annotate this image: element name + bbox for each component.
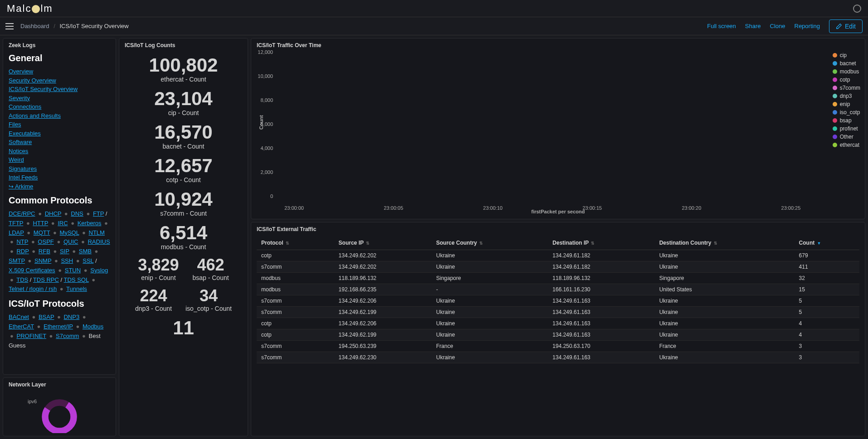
- protocol-link[interactable]: Telnet / rlogin / rsh: [9, 285, 57, 292]
- sidebar-link[interactable]: Executables: [9, 129, 110, 138]
- legend-item[interactable]: dnp3: [833, 93, 860, 99]
- table-row[interactable]: modbus118.189.96.132Singapore118.189.96.…: [257, 273, 859, 284]
- clone-button[interactable]: Clone: [770, 23, 785, 29]
- sidebar-link[interactable]: Weird: [9, 155, 110, 164]
- legend-item[interactable]: iso_cotp: [833, 109, 860, 116]
- protocol-link[interactable]: TDS RPC: [33, 276, 59, 283]
- protocol-link[interactable]: RFB: [39, 248, 50, 255]
- table-row[interactable]: cotp134.249.62.206Ukraine134.249.61.163U…: [257, 318, 859, 329]
- legend-item[interactable]: bacnet: [833, 60, 860, 67]
- protocol-link[interactable]: Tunnels: [66, 285, 87, 292]
- table-cell: Ukraine: [655, 250, 795, 261]
- hamburger-icon[interactable]: [5, 23, 14, 29]
- table-row[interactable]: modbus192.168.66.235-166.161.16.230Unite…: [257, 284, 859, 295]
- legend-item[interactable]: modbus: [833, 68, 860, 75]
- legend-item[interactable]: bsap: [833, 117, 860, 124]
- protocol-link[interactable]: TFTP: [9, 220, 23, 227]
- sidebar-link[interactable]: Software: [9, 138, 110, 147]
- protocol-link[interactable]: TDS: [16, 276, 28, 283]
- protocol-link[interactable]: RDP: [16, 248, 29, 255]
- protocol-link[interactable]: BSAP: [39, 314, 54, 320]
- sidebar-link[interactable]: Security Overview: [9, 76, 110, 85]
- table-row[interactable]: s7comm134.249.62.199Ukraine134.249.61.16…: [257, 307, 859, 318]
- protocol-link[interactable]: HTTP: [33, 220, 48, 227]
- protocol-link[interactable]: SMB: [79, 248, 92, 255]
- legend-item[interactable]: ethercat: [833, 142, 860, 148]
- reporting-button[interactable]: Reporting: [795, 23, 820, 29]
- protocol-link[interactable]: SSL: [83, 257, 93, 264]
- table-row[interactable]: s7comm134.249.62.230Ukraine134.249.61.16…: [257, 352, 859, 363]
- chart-area[interactable]: [278, 52, 801, 196]
- column-header[interactable]: Count ▼: [795, 236, 859, 250]
- legend-item[interactable]: s7comm: [833, 85, 860, 91]
- table-row[interactable]: s7comm134.249.62.202Ukraine134.249.61.18…: [257, 261, 859, 273]
- sidebar-link[interactable]: Overview: [9, 67, 110, 76]
- legend-item[interactable]: profinet: [833, 125, 860, 132]
- table-cell: Ukraine: [655, 352, 795, 363]
- y-tick: 0: [270, 193, 273, 199]
- table-row[interactable]: s7comm134.249.62.206Ukraine134.249.61.16…: [257, 295, 859, 307]
- protocol-link[interactable]: Kerberos: [78, 220, 102, 227]
- sidebar-link[interactable]: Signatures: [9, 164, 110, 174]
- protocol-link[interactable]: IRC: [58, 220, 68, 227]
- table-cell: 134.249.61.163: [548, 295, 654, 307]
- protocol-link[interactable]: LDAP: [9, 229, 24, 236]
- protocol-link[interactable]: OSPF: [38, 238, 54, 245]
- protocol-link[interactable]: Syslog: [90, 267, 108, 274]
- column-header[interactable]: Protocol ⇅: [257, 236, 334, 250]
- legend-item[interactable]: Other: [833, 134, 860, 140]
- table-row[interactable]: s7comm194.250.63.239France194.250.63.170…: [257, 341, 859, 352]
- protocol-link[interactable]: MySQL: [60, 229, 79, 236]
- legend-label: s7comm: [840, 85, 860, 91]
- protocol-link[interactable]: SNMP: [34, 257, 51, 264]
- protocol-link[interactable]: DNP3: [63, 314, 79, 320]
- legend-item[interactable]: enip: [833, 101, 860, 107]
- protocol-link[interactable]: STUN: [65, 267, 81, 274]
- globe-icon[interactable]: [853, 5, 861, 13]
- network-layer-donut[interactable]: ipv6: [32, 392, 87, 433]
- column-header[interactable]: Source Country ⇅: [432, 236, 548, 250]
- protocol-link[interactable]: TDS SQL: [64, 276, 89, 283]
- sidebar-link[interactable]: Intel Feeds: [9, 173, 110, 182]
- protocol-link[interactable]: FTP: [93, 210, 104, 217]
- share-button[interactable]: Share: [745, 23, 761, 29]
- table-cell: 194.250.63.170: [548, 341, 654, 352]
- protocol-link[interactable]: SIP: [60, 248, 69, 255]
- column-header[interactable]: Source IP ⇅: [334, 236, 432, 250]
- legend-item[interactable]: cotp: [833, 77, 860, 83]
- protocol-link[interactable]: DNS: [71, 210, 83, 217]
- fullscreen-button[interactable]: Full screen: [707, 23, 736, 29]
- sidebar-link[interactable]: ↪ Arkime: [9, 182, 110, 191]
- protocol-link[interactable]: EtherCAT: [9, 323, 34, 330]
- protocol-link[interactable]: Modbus: [83, 323, 103, 330]
- protocol-link[interactable]: PROFINET: [16, 333, 46, 339]
- table-row[interactable]: cotp134.249.62.199Ukraine134.249.61.163U…: [257, 329, 859, 341]
- edit-button[interactable]: Edit: [829, 19, 863, 33]
- common-protocols-heading: Common Protocols: [9, 195, 110, 206]
- protocol-link[interactable]: SSH: [61, 257, 73, 264]
- protocol-link[interactable]: RADIUS: [88, 238, 110, 245]
- sidebar-link[interactable]: Notices: [9, 147, 110, 156]
- protocol-link[interactable]: QUIC: [63, 238, 78, 245]
- protocol-link[interactable]: MQTT: [34, 229, 50, 236]
- sidebar-link[interactable]: Actions and Results: [9, 111, 110, 121]
- sidebar-link[interactable]: Severity: [9, 94, 110, 103]
- protocol-link[interactable]: SMTP: [9, 257, 25, 264]
- table-cell: United States: [655, 284, 795, 295]
- protocol-link[interactable]: S7comm: [56, 333, 79, 339]
- protocol-link[interactable]: X.509 Certificates: [9, 267, 55, 274]
- protocol-link[interactable]: NTLM: [89, 229, 105, 236]
- breadcrumb-root[interactable]: Dashboard: [20, 23, 49, 29]
- sidebar-link[interactable]: Files: [9, 120, 110, 129]
- column-header[interactable]: Destination IP ⇅: [548, 236, 654, 250]
- protocol-link[interactable]: DHCP: [45, 210, 62, 217]
- protocol-link[interactable]: BACnet: [9, 314, 29, 320]
- column-header[interactable]: Destination Country ⇅: [655, 236, 795, 250]
- sidebar-link[interactable]: ICS/IoT Security Overview: [9, 85, 110, 94]
- legend-item[interactable]: cip: [833, 52, 860, 58]
- protocol-link[interactable]: DCE/RPC: [9, 210, 35, 217]
- table-row[interactable]: cotp134.249.62.202Ukraine134.249.61.182U…: [257, 250, 859, 261]
- protocol-link[interactable]: Ethernet/IP: [44, 323, 73, 330]
- protocol-link[interactable]: NTP: [16, 238, 28, 245]
- sidebar-link[interactable]: Connections: [9, 102, 110, 111]
